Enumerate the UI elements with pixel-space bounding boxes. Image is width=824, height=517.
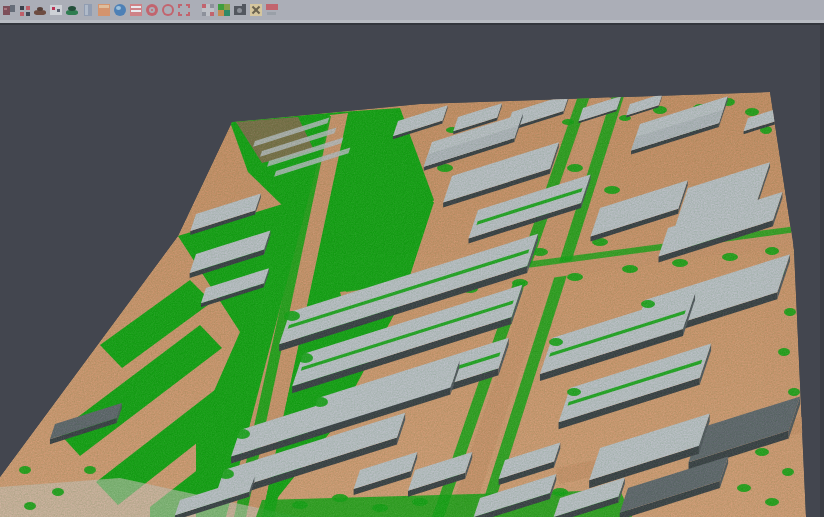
remove-row-icon-shape [266,4,278,10]
snapshot-icon[interactable] [233,3,247,17]
side-panel-icon[interactable] [81,3,95,17]
classification-map-icon[interactable] [217,3,231,17]
clip-box-icon-shape [210,12,214,16]
target-ring-icon[interactable] [161,3,175,17]
classification-map-icon-shape [224,10,230,16]
viewport-3d[interactable] [0,0,824,517]
application-window [0,0,824,517]
terrain-green-icon-shape [68,6,76,11]
toolbar [0,0,824,20]
target-filled-icon-shape [151,9,153,11]
import-cloud-icon[interactable] [2,3,16,17]
clip-box-icon-shape [202,4,206,8]
open-project-icon-shape [20,6,24,10]
layers-red-icon-shape [131,6,141,8]
terrain-brown-icon-shape [37,7,43,11]
clip-box-icon-shape [210,4,214,8]
clip-box-icon-shape [202,12,206,16]
ortho-image-icon-shape [99,5,109,8]
import-cloud-icon-shape [10,5,15,12]
delete-cross-icon[interactable] [249,3,263,17]
open-project-icon-shape [20,12,24,16]
remove-row-icon[interactable] [265,3,279,17]
globe-icon-shape [116,6,121,10]
open-project-icon-shape [26,6,30,10]
toolbar-separator-dark [0,23,824,25]
target-ring-icon-shape [164,6,172,14]
snapshot-icon-shape [237,8,242,13]
side-panel-icon-shape [85,5,88,15]
point-picking-icon-shape [52,7,55,10]
layers-red-icon[interactable] [129,3,143,17]
globe-icon[interactable] [113,3,127,17]
open-project-icon-shape [26,12,30,16]
snapshot-icon-shape [242,4,246,7]
selection-brackets-icon-shape [182,3,186,17]
terrain-green-icon[interactable] [65,3,79,17]
layers-red-icon-shape [131,10,141,12]
open-project-icon[interactable] [18,3,32,17]
window-right-edge [820,25,824,517]
selection-brackets-icon[interactable] [177,3,191,17]
remove-row-icon-shape [267,12,276,15]
clip-box-icon[interactable] [201,3,215,17]
target-filled-icon[interactable] [145,3,159,17]
point-picking-icon[interactable] [49,3,63,17]
point-picking-icon-shape [57,9,60,12]
ortho-image-icon[interactable] [97,3,111,17]
terrain-brown-icon[interactable] [33,3,47,17]
import-cloud-icon-shape [4,8,7,10]
